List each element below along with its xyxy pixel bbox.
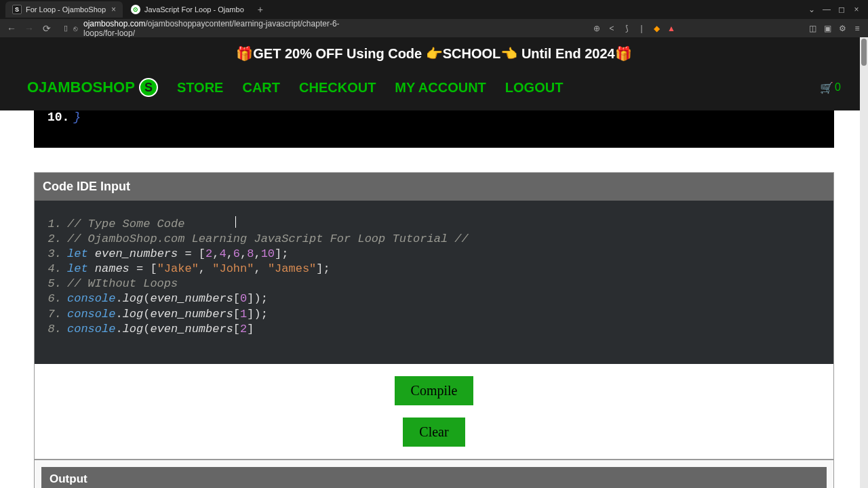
promo-right: 👈 Until End 2024🎁 — [500, 46, 631, 61]
rss-icon[interactable]: ⟆ — [621, 23, 632, 34]
nav-logout[interactable]: LOGOUT — [505, 80, 564, 96]
tab-title: For Loop - OjamboShop — [26, 5, 106, 14]
promo-code: SCHOOL — [443, 46, 501, 61]
cart-icon[interactable]: 🛒0 — [820, 81, 841, 94]
reload-icon[interactable]: ⟳ — [41, 23, 53, 34]
close-window-icon[interactable]: × — [850, 3, 863, 16]
url-bar[interactable]: ▯ ⎋ ojamboshop.com/ojamboshoppaycontent/… — [58, 19, 586, 38]
browser-chrome: S For Loop - OjamboShop × ⊙ JavaScript F… — [0, 0, 868, 37]
zoom-icon[interactable]: ⊕ — [591, 23, 602, 34]
site-info-icon[interactable]: ⎋ — [73, 24, 78, 33]
cart-count: 0 — [835, 81, 841, 94]
wallet-icon[interactable]: ▣ — [822, 23, 833, 34]
code-editor[interactable]: 1.// Type Some Code2.// OjamboShop.com L… — [35, 201, 833, 364]
new-tab-icon[interactable]: + — [258, 4, 263, 15]
settings-icon[interactable]: ⚙ — [837, 23, 848, 34]
ide-buttons: Compile Clear — [35, 364, 833, 459]
forward-icon: → — [23, 23, 35, 34]
maximize-icon[interactable]: ◻ — [835, 3, 848, 16]
code-line: 8.console.log(even_numbers[2] — [45, 322, 823, 337]
page-content: 🎁GET 20% OFF Using Code 👉SCHOOL👈 Until E… — [0, 37, 868, 488]
code-block-top: 10. } — [34, 110, 834, 148]
logo-icon: S — [139, 78, 158, 97]
code-line: 1.// Type Some Code — [45, 217, 823, 232]
menu-icon[interactable]: ≡ — [852, 23, 863, 34]
tab-bar: S For Loop - OjamboShop × ⊙ JavaScript F… — [0, 0, 868, 19]
chevron-down-icon[interactable]: ⌄ — [806, 3, 818, 16]
url-text: ojamboshop.com/ojamboshoppaycontent/lear… — [83, 19, 355, 38]
code-line: 3.let even_numbers = [2,4,6,8,10]; — [45, 247, 823, 262]
nav-checkout[interactable]: CHECKOUT — [299, 80, 376, 96]
shield-icon[interactable]: ◆ — [651, 23, 662, 34]
scrollbar-thumb[interactable] — [861, 39, 867, 66]
promo-left: 🎁GET 20% OFF Using Code 👉 — [236, 46, 442, 61]
code-line: 5.// WIthout Loops — [45, 277, 823, 291]
window-controls: ⌄ — ◻ × — [806, 3, 863, 16]
line-number: 10. — [47, 110, 69, 124]
tab-active[interactable]: S For Loop - OjamboShop × — [5, 1, 123, 18]
text-cursor — [235, 216, 236, 228]
sidebar-icon[interactable]: ◫ — [807, 23, 818, 34]
site-logo[interactable]: OJAMBOSHOP S — [27, 78, 158, 97]
output-container: Output — [34, 460, 834, 488]
compile-button[interactable]: Compile — [395, 376, 474, 405]
code-line: 4.let names = ["Jake", "John", "James"]; — [45, 262, 823, 277]
ide-header: Code IDE Input — [35, 173, 833, 201]
tab-title: JavaScript For Loop - Ojambo — [144, 5, 244, 14]
scrollbar-track[interactable] — [860, 37, 868, 488]
nav-bar: ← → ⟳ ▯ ⎋ ojamboshop.com/ojamboshoppayco… — [0, 19, 868, 37]
tab-inactive[interactable]: ⊙ JavaScript For Loop - Ojambo — [124, 1, 251, 18]
share-icon[interactable]: < — [606, 23, 617, 34]
browser-action-icons: ⊕ < ⟆ | ◆ ▲ ◫ ▣ ⚙ ≡ — [591, 23, 863, 34]
back-icon[interactable]: ← — [5, 23, 18, 34]
promo-banner: 🎁GET 20% OFF Using Code 👉SCHOOL👈 Until E… — [0, 37, 868, 70]
divider: | — [636, 23, 647, 34]
ide-container: Code IDE Input 1.// Type Some Code2.// O… — [34, 172, 834, 460]
nav-account[interactable]: MY ACCOUNT — [395, 80, 486, 96]
clear-button[interactable]: Clear — [403, 418, 465, 447]
code-line: 2.// OjamboShop.com Learning JavaScript … — [45, 232, 823, 247]
output-header: Output — [41, 467, 827, 488]
code-line: 7.console.log(even_numbers[1]); — [45, 307, 823, 322]
logo-text: OJAMBOSHOP — [27, 79, 135, 96]
brave-icon[interactable]: ▲ — [666, 23, 677, 34]
code-brace: } — [73, 110, 81, 124]
site-nav: OJAMBOSHOP S STORE CART CHECKOUT MY ACCO… — [0, 70, 868, 110]
nav-cart[interactable]: CART — [242, 80, 280, 96]
favicon-s: S — [12, 5, 22, 14]
close-icon[interactable]: × — [111, 5, 116, 14]
bookmark-icon[interactable]: ▯ — [64, 24, 68, 33]
favicon-o: ⊙ — [131, 5, 140, 14]
code-line: 6.console.log(even_numbers[0]); — [45, 291, 823, 306]
minimize-icon[interactable]: — — [821, 3, 833, 16]
nav-store[interactable]: STORE — [177, 80, 224, 96]
